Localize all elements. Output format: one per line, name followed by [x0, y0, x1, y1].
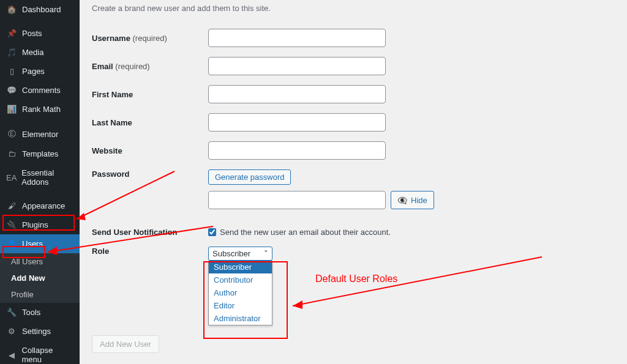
sliders-icon: ⚙: [6, 327, 17, 336]
website-label: Website: [92, 146, 208, 155]
user-icon: 👤: [6, 239, 17, 248]
website-input[interactable]: [208, 141, 386, 160]
sidebar-item-media[interactable]: 🎵Media: [0, 43, 80, 62]
main-content: Create a brand new user and add them to …: [80, 0, 627, 364]
chart-icon: 📊: [6, 105, 17, 114]
email-label: Email (required): [92, 62, 208, 71]
submenu-profile[interactable]: Profile: [0, 286, 80, 303]
sidebar-item-tools[interactable]: 🔧Tools: [0, 303, 80, 322]
admin-sidebar: 🏠Dashboard 📌Posts 🎵Media ▯Pages 💬Comment…: [0, 0, 80, 364]
chevron-down-icon: ˅: [264, 249, 268, 258]
notification-label: Send User Notification: [92, 228, 208, 237]
hide-password-button[interactable]: 👁‍🗨Hide: [391, 191, 434, 209]
add-new-user-button[interactable]: Add New User: [92, 335, 159, 353]
sidebar-item-plugins[interactable]: 🔌Plugins: [0, 215, 80, 234]
plug-icon: 🔌: [6, 220, 17, 229]
password-label: Password: [92, 169, 208, 179]
sidebar-item-essentialaddons[interactable]: EAEssential Addons: [0, 163, 80, 191]
email-input[interactable]: [208, 57, 386, 75]
annotation-label: Default User Roles: [315, 273, 397, 284]
sidebar-item-pages[interactable]: ▯Pages: [0, 62, 80, 81]
brush-icon: 🖌: [6, 201, 17, 210]
username-label: Username (required): [92, 34, 208, 43]
submenu-all-users[interactable]: All Users: [0, 253, 80, 270]
role-option-subscriber[interactable]: Subscriber: [209, 261, 272, 273]
sidebar-item-comments[interactable]: 💬Comments: [0, 81, 80, 100]
comment-icon: 💬: [6, 86, 17, 95]
username-input[interactable]: [208, 29, 386, 47]
sidebar-item-collapse[interactable]: ◀Collapse menu: [0, 341, 80, 364]
eye-slash-icon: 👁‍🗨: [397, 196, 407, 205]
wrench-icon: 🔧: [6, 308, 17, 317]
sidebar-item-rankmath[interactable]: 📊Rank Math: [0, 100, 80, 119]
sidebar-item-appearance[interactable]: 🖌Appearance: [0, 196, 80, 215]
ea-icon: EA: [6, 173, 17, 182]
dashboard-icon: 🏠: [6, 5, 17, 14]
page-description: Create a brand new user and add them to …: [92, 4, 615, 19]
pages-icon: ▯: [6, 67, 17, 76]
pin-icon: 📌: [6, 29, 17, 38]
sidebar-item-settings[interactable]: ⚙Settings: [0, 322, 80, 341]
role-option-author[interactable]: Author: [209, 286, 272, 299]
lastname-input[interactable]: [208, 113, 386, 132]
role-label: Role: [92, 247, 208, 256]
sidebar-item-dashboard[interactable]: 🏠Dashboard: [0, 0, 80, 19]
firstname-label: First Name: [92, 90, 208, 99]
role-dropdown: Subscriber Contributor Author Editor Adm…: [208, 261, 272, 325]
generate-password-button[interactable]: Generate password: [208, 169, 291, 185]
lastname-label: Last Name: [92, 118, 208, 127]
sidebar-item-users[interactable]: 👤Users: [0, 234, 80, 253]
collapse-icon: ◀: [6, 351, 17, 360]
elementor-icon: Ⓔ: [6, 128, 17, 139]
sidebar-item-posts[interactable]: 📌Posts: [0, 24, 80, 43]
role-option-editor[interactable]: Editor: [209, 299, 272, 312]
sidebar-item-templates[interactable]: 🗀Templates: [0, 144, 80, 163]
templates-icon: 🗀: [6, 149, 17, 158]
send-notification-checkbox[interactable]: [208, 228, 216, 236]
role-option-contributor[interactable]: Contributor: [209, 273, 272, 286]
sidebar-item-elementor[interactable]: ⒺElementor: [0, 124, 80, 144]
firstname-input[interactable]: [208, 85, 386, 103]
media-icon: 🎵: [6, 48, 17, 57]
users-submenu: All Users Add New Profile: [0, 253, 80, 303]
submenu-add-new[interactable]: Add New: [0, 270, 80, 286]
role-select[interactable]: Subscriber ˅: [208, 247, 272, 261]
notification-text: Send the new user an email about their a…: [220, 228, 391, 237]
password-input[interactable]: [208, 191, 386, 209]
role-option-administrator[interactable]: Administrator: [209, 312, 272, 325]
